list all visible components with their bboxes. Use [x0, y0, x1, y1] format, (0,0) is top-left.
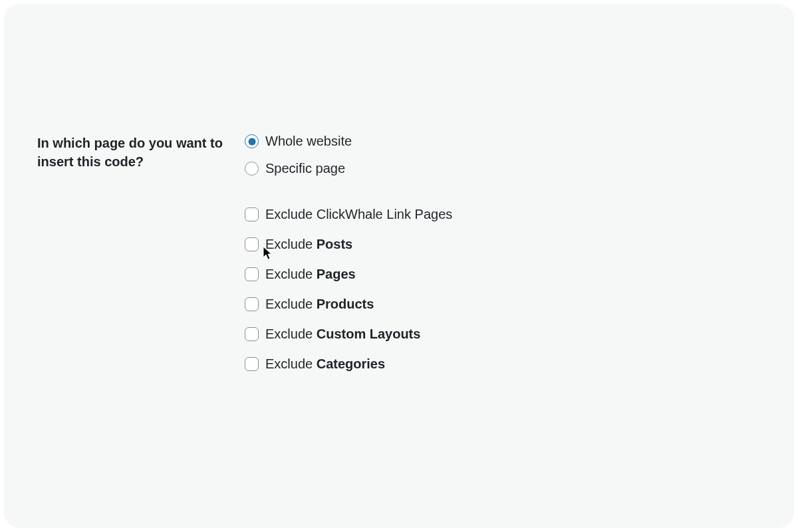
- radio-option-whole-website[interactable]: Whole website: [245, 134, 452, 149]
- radio-label: Specific page: [265, 161, 345, 176]
- question-label: In which page do you want to insert this…: [37, 134, 223, 171]
- checkbox-option-exclude-categories[interactable]: Exclude Categories: [245, 356, 452, 372]
- checkbox-option-exclude-pages[interactable]: Exclude Pages: [245, 267, 452, 282]
- settings-panel: In which page do you want to insert this…: [4, 4, 794, 528]
- checkbox-label: Exclude Categories: [265, 356, 385, 372]
- checkbox-group-exclusions: Exclude ClickWhale Link Pages Exclude Po…: [245, 207, 452, 372]
- checkbox-exclude-custom-layouts[interactable]: [245, 327, 259, 341]
- radio-label: Whole website: [265, 134, 352, 149]
- checkbox-option-exclude-clickwhale[interactable]: Exclude ClickWhale Link Pages: [245, 207, 452, 222]
- radio-group-page-scope: Whole website Specific page: [245, 134, 452, 176]
- checkbox-option-exclude-custom-layouts[interactable]: Exclude Custom Layouts: [245, 327, 452, 342]
- checkbox-label: Exclude Pages: [265, 267, 356, 282]
- checkbox-option-exclude-products[interactable]: Exclude Products: [245, 297, 452, 312]
- checkbox-exclude-pages[interactable]: [245, 267, 259, 281]
- checkbox-exclude-posts[interactable]: [245, 237, 259, 251]
- checkbox-exclude-categories[interactable]: [245, 357, 259, 371]
- radio-specific-page[interactable]: [245, 162, 259, 176]
- checkbox-label: Exclude Custom Layouts: [265, 327, 420, 342]
- options-column: Whole website Specific page Exclude Clic…: [245, 134, 452, 372]
- radio-option-specific-page[interactable]: Specific page: [245, 161, 452, 176]
- radio-whole-website[interactable]: [245, 134, 259, 148]
- checkbox-option-exclude-posts[interactable]: Exclude Posts: [245, 237, 452, 252]
- form-row: In which page do you want to insert this…: [37, 134, 794, 372]
- checkbox-exclude-clickwhale[interactable]: [245, 207, 259, 221]
- checkbox-label: Exclude Products: [265, 297, 374, 312]
- checkbox-label: Exclude ClickWhale Link Pages: [265, 207, 452, 222]
- checkbox-label: Exclude Posts: [265, 237, 352, 252]
- checkbox-exclude-products[interactable]: [245, 297, 259, 311]
